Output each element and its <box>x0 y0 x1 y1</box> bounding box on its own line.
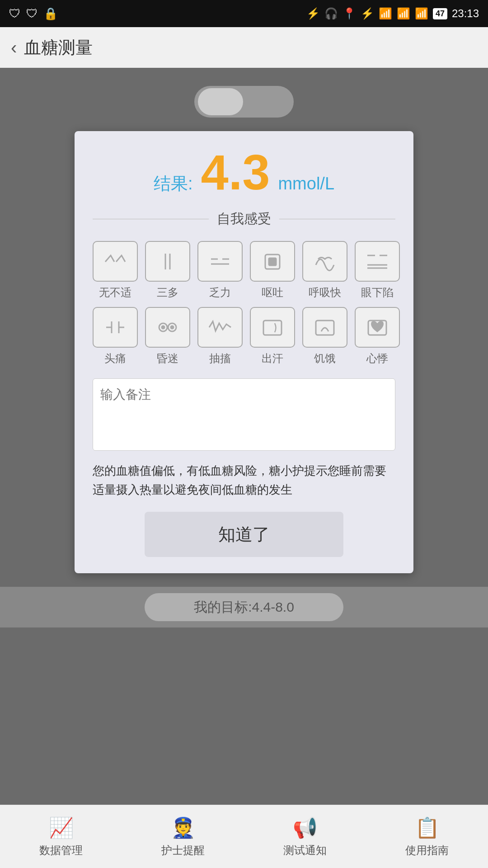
svg-rect-6 <box>269 258 276 265</box>
symptom-label-dizziness: 昏迷 <box>157 351 178 366</box>
divider-line-left <box>93 219 209 219</box>
nav-data-management[interactable]: 📈 数据管理 <box>39 816 83 858</box>
back-button[interactable]: ‹ <box>11 38 17 58</box>
result-row: 结果: 4.3 mmol/L <box>93 147 395 197</box>
symptom-icon-box-no-discomfort <box>93 241 138 282</box>
lock-icon: 🔒 <box>43 7 58 21</box>
symptom-icon-box-dizziness <box>145 307 190 348</box>
divider-line-right <box>279 219 395 219</box>
symptom-sunken-eyes[interactable]: 眼下陷 <box>355 241 400 300</box>
status-bar: 🛡 🛡 🔒 ⚡ 🎧 📍 ⚡ 📶 📶 📶 47 23:13 <box>0 0 488 27</box>
nav-usage-guide[interactable]: 📋 使用指南 <box>405 816 449 858</box>
usage-guide-icon: 📋 <box>415 816 440 840</box>
symptom-label-spasm: 抽搐 <box>209 351 231 366</box>
confirm-button[interactable]: 知道了 <box>145 512 343 557</box>
svg-rect-19 <box>263 321 282 335</box>
symptom-nausea[interactable]: 呕吐 <box>250 241 295 300</box>
time-display: 23:13 <box>452 7 479 20</box>
symptom-icon-box-fatigue <box>197 241 243 282</box>
bolt-icon: ⚡ <box>306 7 320 20</box>
symptom-palpitation[interactable]: 心悸 <box>355 307 400 366</box>
symptom-hunger[interactable]: 饥饿 <box>302 307 347 366</box>
wifi-icon: 📶 <box>379 7 392 20</box>
target-bar: 我的目标:4.4-8.0 <box>0 587 488 627</box>
symptom-grid: 无不适 三多 <box>93 241 395 366</box>
symptom-label-sweating: 出汗 <box>262 351 283 366</box>
symptom-icon-box-fast-breathing <box>302 241 347 282</box>
symptom-icon-box-sweating <box>250 307 295 348</box>
symptom-icon-box-sunken-eyes <box>355 241 400 282</box>
symptom-icon-box-hunger <box>302 307 347 348</box>
notes-input[interactable] <box>93 378 395 451</box>
symptom-fatigue[interactable]: 乏力 <box>197 241 243 300</box>
location-icon: 📍 <box>343 7 356 20</box>
symptom-sweating[interactable]: 出汗 <box>250 307 295 366</box>
symptom-headache[interactable]: 头痛 <box>93 307 138 366</box>
nav-nurse-reminder-label: 护士提醒 <box>161 843 205 858</box>
symptom-label-sunken-eyes: 眼下陷 <box>361 285 394 300</box>
target-text: 我的目标:4.4-8.0 <box>194 598 294 617</box>
bottom-nav: 📈 数据管理 👮 护士提醒 📢 测试通知 📋 使用指南 <box>0 805 488 868</box>
symptom-fast-breathing[interactable]: 呼吸快 <box>302 241 347 300</box>
symptom-label-fast-breathing: 呼吸快 <box>309 285 341 300</box>
headphone-icon: 🎧 <box>324 7 338 20</box>
symptom-label-hunger: 饥饿 <box>314 351 336 366</box>
svg-point-17 <box>162 326 164 329</box>
symptom-label-palpitation: 心悸 <box>366 351 388 366</box>
result-dialog: 结果: 4.3 mmol/L 自我感受 无不适 <box>75 131 413 573</box>
toggle-switch[interactable] <box>194 86 294 118</box>
symptom-no-discomfort[interactable]: 无不适 <box>93 241 138 300</box>
toggle-knob <box>198 88 243 115</box>
section-label: 自我感受 <box>217 210 271 228</box>
symptom-icon-box-headache <box>93 307 138 348</box>
symptom-icon-box-spasm <box>197 307 243 348</box>
nav-nurse-reminder[interactable]: 👮 护士提醒 <box>161 816 205 858</box>
symptom-icon-box-nausea <box>250 241 295 282</box>
target-bar-inner: 我的目标:4.4-8.0 <box>145 593 343 621</box>
nav-test-notification-label: 测试通知 <box>283 843 327 858</box>
nav-test-notification[interactable]: 📢 测试通知 <box>283 816 327 858</box>
shield-icon: 🛡 <box>26 7 38 21</box>
result-unit: mmol/L <box>278 174 334 193</box>
symptom-icon-box-palpitation <box>355 307 400 348</box>
section-divider: 自我感受 <box>93 210 395 228</box>
symptom-dizziness[interactable]: 昏迷 <box>145 307 190 366</box>
data-management-icon: 📈 <box>49 816 74 840</box>
symptom-label-no-discomfort: 无不适 <box>99 285 131 300</box>
symptom-label-three-more: 三多 <box>157 285 178 300</box>
nurse-reminder-icon: 👮 <box>171 816 196 840</box>
symptom-label-fatigue: 乏力 <box>209 285 231 300</box>
symptom-three-more[interactable]: 三多 <box>145 241 190 300</box>
symptom-label-headache: 头痛 <box>104 351 126 366</box>
nav-usage-guide-label: 使用指南 <box>405 843 449 858</box>
svg-point-18 <box>171 326 174 329</box>
symptom-spasm[interactable]: 抽搐 <box>197 307 243 366</box>
signal-icon1: 📶 <box>397 7 410 20</box>
test-notification-icon: 📢 <box>293 816 318 840</box>
main-background: 结果: 4.3 mmol/L 自我感受 无不适 <box>0 68 488 805</box>
app-header: ‹ 血糖测量 <box>0 27 488 68</box>
nav-data-management-label: 数据管理 <box>39 843 83 858</box>
signal-icon2: 📶 <box>415 7 428 20</box>
symptom-label-nausea: 呕吐 <box>262 285 283 300</box>
warning-text: 您的血糖值偏低，有低血糖风险，糖小护提示您睡前需要适量摄入热量以避免夜间低血糖的… <box>93 462 395 499</box>
battery-badge: 47 <box>433 8 447 19</box>
app-icon: 🛡 <box>9 7 21 21</box>
status-icons-left: 🛡 🛡 🔒 <box>9 7 58 21</box>
result-value: 4.3 <box>201 147 270 197</box>
page-title: 血糖测量 <box>24 36 93 59</box>
bluetooth-icon: ⚡ <box>361 7 374 20</box>
result-label: 结果: <box>154 172 193 195</box>
symptom-icon-box-three-more <box>145 241 190 282</box>
status-icons-right: ⚡ 🎧 📍 ⚡ 📶 📶 📶 47 23:13 <box>306 7 479 20</box>
